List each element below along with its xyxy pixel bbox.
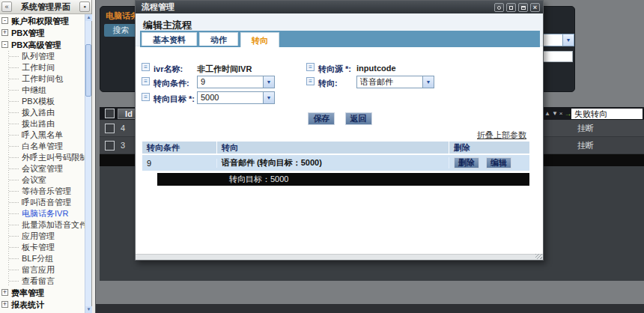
sidebar-item[interactable]: 留言应用 bbox=[0, 264, 85, 276]
redirect-target-select[interactable]: 5000 ▼ bbox=[197, 91, 275, 104]
field-help-icon[interactable]: ≡ bbox=[306, 77, 315, 85]
tree-expander-icon[interactable]: - bbox=[1, 17, 8, 24]
sidebar-item[interactable]: 拨出路由 bbox=[0, 118, 85, 130]
sidebar-item-label: 队列管理 bbox=[22, 52, 55, 61]
redirect-label: 转向: bbox=[318, 78, 338, 89]
sidebar-item-label: 工作时间 bbox=[22, 63, 55, 72]
fail-redirect-column-header[interactable]: 失败转向 bbox=[571, 109, 643, 119]
sidebar-item-label: 白名单管理 bbox=[22, 142, 63, 151]
sidebar-item-label: 留言应用 bbox=[22, 265, 55, 274]
sidebar-item-label: PBX模板 bbox=[22, 97, 55, 106]
maximize-icon[interactable] bbox=[506, 3, 516, 12]
sidebar-item[interactable]: 队列管理 bbox=[0, 51, 85, 62]
restore-window-icon[interactable] bbox=[518, 3, 528, 12]
record-icon[interactable] bbox=[494, 3, 504, 12]
chevron-down-icon[interactable]: ▼ bbox=[263, 76, 274, 88]
sidebar-pin-icon[interactable]: ▪ bbox=[79, 1, 90, 12]
sidebar-item-label: 拨入路由 bbox=[22, 108, 55, 117]
sidebar-item[interactable]: PBX模板 bbox=[0, 96, 85, 107]
sidebar-collapse-button[interactable]: « bbox=[1, 1, 12, 12]
sidebar-item-label: 呼叫语音管理 bbox=[22, 198, 71, 207]
row-actions: 删除 编辑 bbox=[449, 157, 529, 168]
redirect-source-value: inputcode bbox=[356, 64, 396, 73]
background-search-button[interactable]: 搜索 bbox=[104, 24, 138, 37]
sidebar-item[interactable]: -账户和权限管理 bbox=[0, 15, 85, 27]
delete-button[interactable]: 删除 bbox=[454, 157, 479, 168]
redirect-condition-select[interactable]: 9 ▼ bbox=[197, 76, 275, 88]
sidebar-item[interactable]: +费率管理 bbox=[0, 287, 85, 299]
table-row[interactable]: 9 语音邮件 (转向目标：5000) 删除 编辑 bbox=[142, 155, 529, 171]
scroll-down-icon[interactable]: ▼ bbox=[85, 306, 92, 313]
chevron-down-icon[interactable]: ▼ bbox=[562, 34, 574, 46]
save-button[interactable]: 保存 bbox=[308, 112, 335, 125]
column-header: 删除 bbox=[449, 142, 529, 154]
tree-expander-icon[interactable]: + bbox=[1, 29, 8, 36]
scrollbar-thumb[interactable] bbox=[85, 44, 91, 97]
collapse-params-link[interactable]: 折叠上部参数 bbox=[477, 130, 526, 141]
dialog-tab[interactable]: 基本资料 bbox=[142, 32, 197, 46]
redirect-table: 转向条件 转向 删除 9 语音邮件 (转向目标：5000) 删除 编辑 转向目标… bbox=[142, 142, 529, 186]
dialog-titlebar[interactable]: 流程管理 × bbox=[136, 1, 543, 13]
sidebar-item-label: PBX高级管理 bbox=[11, 40, 61, 49]
sidebar-item-label: 批量添加语音文件 bbox=[22, 220, 85, 229]
sidebar-item[interactable]: 工作时间 bbox=[0, 62, 85, 73]
sidebar-item[interactable]: +PBX管理 bbox=[0, 27, 85, 39]
chevron-down-icon[interactable]: ▼ bbox=[422, 76, 434, 88]
scroll-up-icon[interactable]: ▲ bbox=[85, 14, 92, 21]
sidebar-item[interactable]: -PBX高级管理 bbox=[0, 39, 85, 51]
sidebar-item[interactable]: 应用管理 bbox=[0, 231, 85, 242]
dialog-heading: 编辑主流程 bbox=[136, 13, 543, 32]
redirect-table-header: 转向条件 转向 删除 bbox=[142, 142, 529, 154]
sort-desc-icon[interactable]: ▼ bbox=[552, 110, 558, 117]
sidebar-item-label: 板卡管理 bbox=[22, 243, 55, 252]
dialog-tab[interactable]: 转向 bbox=[240, 32, 279, 47]
edit-button[interactable]: 编辑 bbox=[486, 157, 511, 168]
sidebar-item[interactable]: 电脑话务IVR bbox=[0, 208, 85, 219]
redirect-source-label: 转向源 *: bbox=[318, 64, 351, 75]
column-header: 转向 bbox=[217, 142, 449, 154]
field-help-icon[interactable]: ≡ bbox=[306, 63, 315, 71]
row-checkbox[interactable] bbox=[105, 141, 115, 151]
sidebar-item[interactable]: 等待音乐管理 bbox=[0, 186, 85, 197]
tree-expander-icon[interactable]: - bbox=[1, 41, 8, 48]
sidebar-item[interactable]: 会议室 bbox=[0, 174, 85, 186]
sidebar-item[interactable]: 查看留言 bbox=[0, 276, 85, 287]
row-id: 4 bbox=[121, 124, 125, 133]
tree-expander-icon[interactable]: + bbox=[1, 301, 8, 308]
sidebar-item[interactable]: 拨入路由 bbox=[0, 107, 85, 118]
sidebar-item[interactable]: +报表统计 bbox=[0, 299, 85, 311]
sidebar-item[interactable]: 呼叫语音管理 bbox=[0, 197, 85, 208]
sidebar-item[interactable]: 板卡管理 bbox=[0, 242, 85, 253]
resize-grip-icon[interactable] bbox=[535, 254, 542, 259]
close-icon[interactable]: × bbox=[530, 3, 540, 12]
row-checkbox[interactable] bbox=[105, 124, 115, 133]
chevron-down-icon[interactable]: ▼ bbox=[263, 92, 274, 103]
dialog-tab[interactable]: 动作 bbox=[199, 32, 238, 46]
select-all-checkbox[interactable] bbox=[105, 109, 115, 118]
sidebar-item[interactable]: BLF分组 bbox=[0, 253, 85, 264]
sidebar-item[interactable]: 批量添加语音文件 bbox=[0, 219, 85, 231]
sidebar-item[interactable]: 中继组 bbox=[0, 85, 85, 96]
dialog-actions: 保存 返回 bbox=[136, 112, 544, 125]
field-help-icon[interactable]: ≡ bbox=[142, 93, 150, 101]
background-panel-tab[interactable]: 电脑话务 bbox=[106, 10, 139, 22]
row-detail-bar: 转向目标：5000 bbox=[157, 173, 529, 186]
process-management-dialog: 流程管理 × 编辑主流程 基本资料动作转向 ≡ ivr名称: 非工作时间IVR … bbox=[135, 0, 544, 261]
field-help-icon[interactable]: ≡ bbox=[142, 77, 150, 85]
redirect-select[interactable]: 语音邮件 ▼ bbox=[356, 76, 434, 88]
sidebar-item[interactable]: 外呼主叫号码限制 bbox=[0, 152, 85, 163]
field-help-icon[interactable]: ≡ bbox=[142, 63, 150, 71]
redirect-target-label: 转向目标 *: bbox=[154, 94, 195, 105]
tree-expander-icon[interactable]: + bbox=[1, 289, 8, 296]
sidebar-scrollbar[interactable]: ▲ ▼ bbox=[85, 14, 91, 313]
clear-sort-icon[interactable]: × bbox=[559, 110, 563, 117]
sidebar-item[interactable]: 白名单管理 bbox=[0, 141, 85, 152]
sidebar-item[interactable]: 工作时间包 bbox=[0, 73, 85, 85]
redirect-condition-label: 转向条件: bbox=[154, 78, 189, 89]
sidebar-item-label: 会议室管理 bbox=[22, 164, 63, 173]
sidebar-item[interactable]: 会议室管理 bbox=[0, 163, 85, 174]
sidebar-item[interactable]: 呼入黑名单 bbox=[0, 130, 85, 141]
sort-asc-icon[interactable]: ▲ bbox=[544, 110, 550, 117]
back-button[interactable]: 返回 bbox=[345, 112, 372, 125]
ivr-name-label: ivr名称: bbox=[154, 64, 183, 75]
